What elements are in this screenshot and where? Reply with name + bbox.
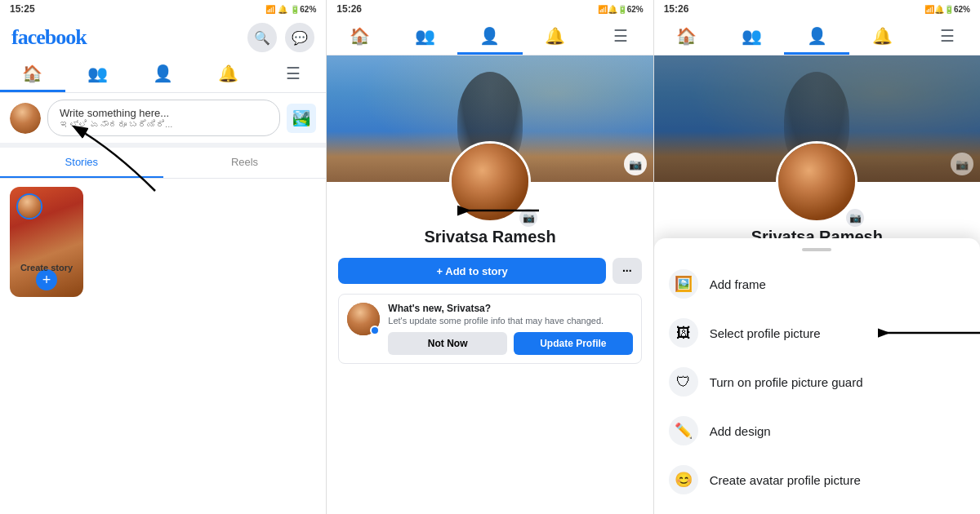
- select-picture-icon: 🖼: [669, 318, 698, 348]
- nav3-notifications[interactable]: 🔔: [849, 18, 915, 55]
- post-input[interactable]: Write something here... ಇಲ್ಲಿ ಏನಾದರೂ ಬರೆ…: [47, 100, 280, 136]
- avatar-label: Create avatar profile picture: [710, 473, 861, 487]
- menu-item-add-design[interactable]: ✏️ Add design: [654, 406, 980, 455]
- notif-actions-2: Not Now Update Profile: [388, 332, 632, 355]
- stories-row: + Create story: [0, 179, 326, 305]
- notif-avatar-2: [347, 303, 380, 335]
- guard-label: Turn on profile picture guard: [710, 375, 863, 389]
- profile-actions-2: + Add to story ···: [327, 258, 653, 284]
- fb-header: facebook 🔍 💬: [0, 18, 326, 55]
- sheet-handle: [802, 248, 831, 251]
- nav-menu[interactable]: ☰: [261, 55, 326, 92]
- status-bar-1: 15:25 📶 🔔 🔋62%: [0, 0, 326, 18]
- avatar-icon: 😊: [669, 465, 698, 494]
- status-icons-1: 📶 🔔 🔋62%: [265, 5, 316, 14]
- profile-camera-btn-3[interactable]: 📷: [844, 207, 866, 228]
- add-frame-label: Add frame: [710, 277, 766, 291]
- signal-icon: 📶: [265, 5, 275, 14]
- wifi-icon: 🔔: [278, 5, 287, 14]
- profile-avatar-2: [449, 141, 531, 223]
- battery-icon: 🔋62%: [290, 5, 316, 14]
- profile-section-3: 📷 Srivatsa Ramesh: [654, 141, 980, 253]
- messenger-button[interactable]: 💬: [285, 23, 314, 52]
- arrow-annotation-3: [878, 321, 980, 345]
- nav2-friends[interactable]: 👥: [392, 18, 457, 55]
- select-picture-label: Select profile picture: [710, 326, 821, 340]
- menu-item-add-frame[interactable]: 🖼️ Add frame: [654, 259, 980, 308]
- facebook-logo: facebook: [11, 25, 87, 50]
- notif-subtitle-2: Let's update some profile info that may …: [388, 316, 632, 326]
- panel-2: 15:26 📶🔔🔋62% 🏠 👥 👤 🔔 ☰ 📷 📷: [327, 0, 653, 514]
- signal-icon-2: 📶🔔🔋62%: [598, 5, 644, 14]
- nav2-menu[interactable]: ☰: [588, 18, 653, 55]
- header-icons: 🔍 💬: [247, 23, 314, 52]
- status-icons-2: 📶🔔🔋62%: [598, 5, 644, 14]
- profile-avatar-3: [776, 141, 858, 223]
- profile-section-2: 📷 Srivatsa Ramesh: [327, 141, 653, 253]
- add-photo-button[interactable]: 🏞️: [287, 104, 316, 133]
- status-bar-2: 15:26 📶🔔🔋62%: [327, 0, 653, 18]
- panel-1: 15:25 📶 🔔 🔋62% facebook 🔍 💬 🏠 👥 👤 🔔 ☰ Wr…: [0, 0, 327, 514]
- post-subtext: ಇಲ್ಲಿ ಏನಾದರೂ ಬರೆಯಿರಿ...: [60, 119, 268, 129]
- bottom-sheet-menu: 🖼️ Add frame 🖼 Select profile picture 🛡 …: [654, 238, 980, 514]
- status-icons-3: 📶🔔🔋62%: [924, 5, 970, 14]
- notif-text-2: What's new, Srivatsa? Let's update some …: [388, 303, 632, 355]
- not-now-btn[interactable]: Not Now: [388, 332, 507, 355]
- search-button[interactable]: 🔍: [247, 23, 277, 52]
- guard-icon: 🛡: [669, 367, 698, 397]
- nav2-home[interactable]: 🏠: [327, 18, 392, 55]
- nav-bar-2: 🏠 👥 👤 🔔 ☰: [327, 18, 653, 55]
- add-design-icon: ✏️: [669, 416, 698, 445]
- story-avatar: [16, 193, 42, 219]
- update-profile-btn[interactable]: Update Profile: [514, 332, 633, 355]
- profile-name-2: Srivatsa Ramesh: [424, 228, 555, 246]
- add-frame-icon: 🖼️: [669, 269, 698, 299]
- more-btn-2[interactable]: ···: [612, 258, 642, 284]
- time-1: 15:25: [10, 3, 35, 15]
- status-bar-3: 15:26 📶🔔🔋62%: [654, 0, 980, 18]
- create-story-label: Create story: [10, 263, 83, 273]
- nav-home[interactable]: 🏠: [0, 55, 65, 92]
- add-story-btn-2[interactable]: + Add to story: [338, 258, 606, 284]
- add-design-label: Add design: [710, 424, 771, 438]
- menu-item-guard[interactable]: 🛡 Turn on profile picture guard: [654, 357, 980, 406]
- nav3-friends[interactable]: 👥: [719, 18, 785, 55]
- nav-friends[interactable]: 👥: [65, 55, 131, 92]
- menu-item-select-picture[interactable]: 🖼 Select profile picture: [654, 308, 980, 357]
- nav2-notifications[interactable]: 🔔: [523, 18, 588, 55]
- notif-title-2: What's new, Srivatsa?: [388, 303, 632, 314]
- time-3: 15:26: [664, 3, 689, 15]
- signal-icon-3: 📶🔔🔋62%: [924, 5, 970, 14]
- profile-camera-btn-2[interactable]: 📷: [518, 207, 539, 228]
- nav2-profile[interactable]: 👤: [457, 18, 523, 55]
- nav3-home[interactable]: 🏠: [654, 18, 719, 55]
- notif-dot: [370, 326, 380, 335]
- nav3-menu[interactable]: ☰: [915, 18, 980, 55]
- nav-bar-3: 🏠 👥 👤 🔔 ☰: [654, 18, 980, 55]
- user-avatar-small: [10, 103, 41, 134]
- nav-profile[interactable]: 👤: [131, 55, 196, 92]
- notification-card-2: What's new, Srivatsa? Let's update some …: [338, 294, 641, 364]
- tab-reels[interactable]: Reels: [163, 148, 327, 178]
- tab-stories[interactable]: Stories: [0, 148, 163, 178]
- create-story-card[interactable]: + Create story: [10, 187, 83, 297]
- menu-item-avatar[interactable]: 😊 Create avatar profile picture: [654, 455, 980, 504]
- post-placeholder: Write something here...: [60, 107, 268, 119]
- nav-bar-1: 🏠 👥 👤 🔔 ☰: [0, 55, 326, 93]
- tabs-row: Stories Reels: [0, 148, 326, 179]
- nav-notifications[interactable]: 🔔: [196, 55, 261, 92]
- time-2: 15:26: [336, 3, 362, 15]
- panel-3: 15:26 📶🔔🔋62% 🏠 👥 👤 🔔 ☰ 📷 📷 Srivatsa Rame…: [654, 0, 980, 514]
- post-box: Write something here... ಇಲ್ಲಿ ಏನಾದರೂ ಬರೆ…: [0, 93, 326, 148]
- nav3-profile[interactable]: 👤: [784, 18, 849, 55]
